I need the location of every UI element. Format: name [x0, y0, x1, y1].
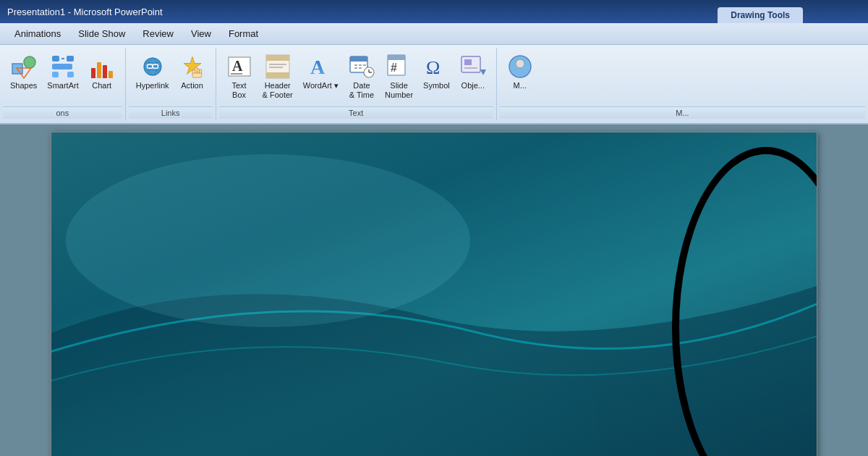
ribbon: Shapes [0, 45, 868, 124]
headerfooter-button[interactable]: Header& Footer [258, 51, 297, 103]
menu-format[interactable]: Format [220, 25, 267, 42]
menu-animations[interactable]: Animations [6, 25, 69, 42]
slidenumber-button[interactable]: # SlideNumber [380, 51, 417, 103]
group-illustrations: Shapes [0, 48, 126, 120]
object-button[interactable]: Obje... [456, 51, 490, 93]
svg-rect-37 [388, 55, 405, 60]
media-group-label: M... [500, 106, 865, 119]
action-label: Action [181, 81, 203, 90]
menu-view[interactable]: View [182, 25, 220, 42]
symbol-icon: Ω [423, 54, 449, 80]
shapes-button[interactable]: Shapes [6, 51, 41, 93]
shapes-icon [11, 54, 37, 80]
slide[interactable] [51, 132, 817, 456]
shapes-label: Shapes [10, 81, 37, 90]
media-icon [507, 54, 533, 80]
group-text: A TextBox [216, 48, 497, 120]
object-label: Obje... [461, 81, 485, 90]
textbox-label: TextBox [231, 81, 246, 100]
svg-rect-20 [266, 55, 289, 61]
drawing-tools-tab[interactable]: Drawing Tools [718, 7, 803, 23]
smartart-button[interactable]: SmartArt [43, 51, 82, 93]
illustrations-group-label: ons [3, 106, 122, 119]
svg-text:Ω: Ω [426, 57, 440, 78]
hyperlink-icon [140, 54, 166, 80]
svg-rect-27 [350, 59, 367, 62]
menu-review[interactable]: Review [134, 25, 182, 42]
datetime-button[interactable]: Date& Time [344, 51, 379, 103]
slide-area [0, 124, 868, 456]
svg-point-1 [24, 56, 35, 68]
svg-rect-41 [464, 59, 472, 65]
smartart-icon [50, 54, 76, 80]
group-media-partial: M... M... [497, 48, 868, 120]
action-icon [179, 54, 205, 80]
media-label: M... [514, 81, 527, 90]
slidenumber-icon: # [386, 54, 412, 80]
svg-point-45 [516, 59, 524, 68]
media-button-partial[interactable]: M... [503, 51, 537, 93]
smartart-label: SmartArt [47, 81, 78, 90]
text-group-label: Text [219, 106, 493, 119]
group-links: Hyperlink [126, 48, 216, 120]
chart-label: Chart [92, 81, 111, 90]
svg-point-46 [66, 154, 470, 327]
textbox-icon: A [226, 54, 252, 80]
wordart-button[interactable]: A WordArt ▾ [299, 51, 343, 93]
svg-rect-15 [192, 73, 202, 77]
textbox-button[interactable]: A TextBox [222, 51, 257, 103]
headerfooter-icon [265, 54, 291, 80]
hyperlink-label: Hyperlink [136, 81, 169, 90]
chart-button[interactable]: Chart [85, 51, 119, 93]
symbol-label: Symbol [423, 81, 450, 90]
hyperlink-button[interactable]: Hyperlink [132, 51, 174, 93]
headerfooter-label: Header& Footer [263, 81, 293, 100]
wordart-label: WordArt ▾ [303, 81, 339, 90]
slide-waves-svg [51, 132, 817, 456]
app-title: Presentation1 - Microsoft PowerPoint [7, 7, 163, 17]
symbol-button[interactable]: Ω Symbol [419, 51, 454, 93]
svg-text:A: A [310, 56, 326, 78]
datetime-icon [349, 54, 375, 80]
svg-marker-43 [480, 69, 486, 75]
chart-icon [89, 54, 115, 80]
svg-rect-21 [266, 72, 289, 78]
object-icon [460, 54, 486, 80]
datetime-label: Date& Time [349, 81, 374, 100]
menu-bar: Animations Slide Show Review View Format [0, 23, 868, 45]
menu-slideshow[interactable]: Slide Show [69, 25, 134, 42]
svg-text:A: A [232, 58, 243, 74]
links-group-label: Links [129, 106, 213, 119]
title-bar: Presentation1 - Microsoft PowerPoint Dra… [0, 0, 868, 23]
action-button[interactable]: Action [175, 51, 210, 93]
svg-text:#: # [391, 62, 397, 74]
slidenumber-label: SlideNumber [385, 81, 413, 100]
wordart-icon: A [307, 54, 333, 80]
